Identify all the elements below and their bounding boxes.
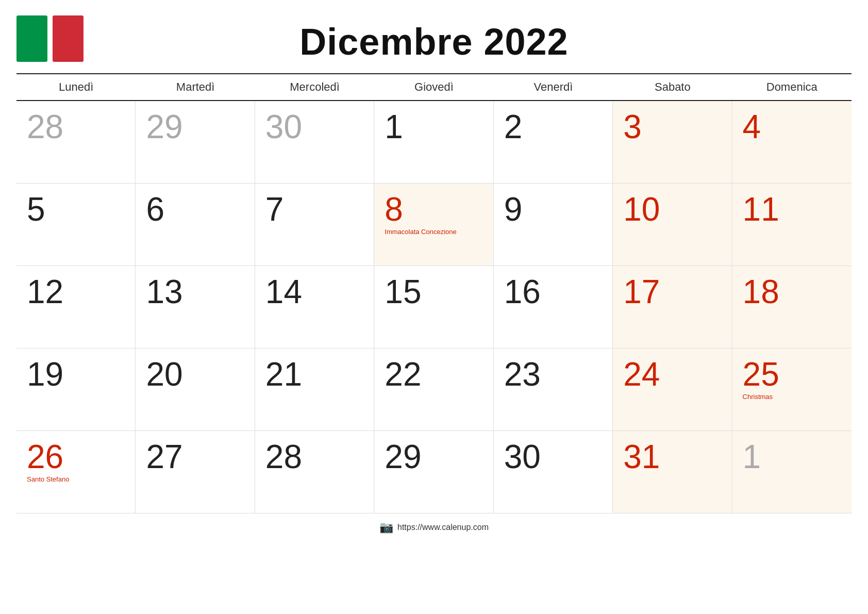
calendar-cell: 1 bbox=[732, 431, 852, 513]
day-number: 23 bbox=[504, 358, 541, 391]
day-number: 26 bbox=[27, 440, 63, 473]
day-number: 24 bbox=[623, 358, 660, 391]
calendar-cell: 31 bbox=[613, 431, 732, 513]
day-number: 6 bbox=[146, 193, 164, 226]
day-number: 30 bbox=[504, 440, 541, 473]
calendar-cell: 5 bbox=[16, 184, 136, 266]
calendar-cell: 3 bbox=[613, 101, 732, 184]
calendar-cell: 6 bbox=[136, 184, 255, 266]
calendar-cell: 19 bbox=[16, 349, 136, 431]
day-number: 25 bbox=[743, 358, 779, 391]
calendar-cell: 26Santo Stefano bbox=[16, 431, 136, 513]
day-number: 7 bbox=[265, 193, 284, 226]
calendar-cell: 4 bbox=[732, 101, 852, 184]
calendar-cell: 22 bbox=[374, 349, 493, 431]
day-number: 12 bbox=[27, 275, 63, 308]
day-number: 15 bbox=[385, 275, 421, 308]
calendar-cell: 18 bbox=[732, 266, 852, 349]
day-number: 13 bbox=[146, 275, 182, 308]
day-number: 4 bbox=[743, 110, 761, 143]
holiday-label: Immacolata Concezione bbox=[385, 228, 456, 236]
calendar-header: Dicembre 2022 bbox=[16, 10, 852, 68]
calendar-footer: 📷 https://www.calenup.com bbox=[16, 513, 852, 537]
day-number: 29 bbox=[146, 110, 182, 143]
holiday-label: Christmas bbox=[743, 393, 773, 401]
calendar-cell: 28 bbox=[16, 101, 136, 184]
day-header: Giovedì bbox=[374, 74, 493, 100]
calendar-cell: 23 bbox=[494, 349, 613, 431]
day-header: Venerdì bbox=[494, 74, 613, 100]
calendar-cell: 30 bbox=[255, 101, 374, 184]
day-number: 11 bbox=[743, 193, 779, 226]
day-headers: LunedìMartedìMercoledìGiovedìVenerdìSaba… bbox=[16, 73, 852, 101]
camera-icon: 📷 bbox=[379, 521, 393, 534]
calendar-cell: 21 bbox=[255, 349, 374, 431]
calendar-cell: 28 bbox=[255, 431, 374, 513]
day-number: 5 bbox=[27, 193, 45, 226]
day-number: 9 bbox=[504, 193, 523, 226]
day-header: Martedì bbox=[136, 74, 255, 100]
day-number: 8 bbox=[385, 193, 403, 226]
calendar-cell: 29 bbox=[136, 101, 255, 184]
day-number: 28 bbox=[27, 110, 63, 143]
footer-url: https://www.calenup.com bbox=[397, 523, 489, 532]
day-number: 18 bbox=[743, 275, 779, 308]
calendar-cell: 14 bbox=[255, 266, 374, 349]
calendar-cell: 30 bbox=[494, 431, 613, 513]
day-header: Lunedì bbox=[16, 74, 136, 100]
day-number: 31 bbox=[623, 440, 660, 473]
day-number: 17 bbox=[623, 275, 660, 308]
calendar-cell: 20 bbox=[136, 349, 255, 431]
day-number: 1 bbox=[385, 110, 403, 143]
day-header: Mercoledì bbox=[255, 74, 374, 100]
day-number: 14 bbox=[265, 275, 302, 308]
calendar-cell: 2 bbox=[494, 101, 613, 184]
day-number: 19 bbox=[27, 358, 63, 391]
calendar-cell: 9 bbox=[494, 184, 613, 266]
calendar-cell: 25Christmas bbox=[732, 349, 852, 431]
day-header: Sabato bbox=[613, 74, 732, 100]
calendar-cell: 29 bbox=[374, 431, 493, 513]
calendar-cell: 17 bbox=[613, 266, 732, 349]
day-number: 1 bbox=[743, 440, 761, 473]
calendar-cell: 12 bbox=[16, 266, 136, 349]
holiday-label: Santo Stefano bbox=[27, 475, 69, 483]
calendar-cell: 1 bbox=[374, 101, 493, 184]
flag-red bbox=[53, 15, 84, 62]
day-number: 27 bbox=[146, 440, 182, 473]
day-number: 3 bbox=[623, 110, 642, 143]
day-number: 22 bbox=[385, 358, 421, 391]
calendar-cell: 13 bbox=[136, 266, 255, 349]
calendar-cell: 8Immacolata Concezione bbox=[374, 184, 493, 266]
day-number: 30 bbox=[265, 110, 302, 143]
day-number: 20 bbox=[146, 358, 182, 391]
calendar-cell: 27 bbox=[136, 431, 255, 513]
day-header: Domenica bbox=[732, 74, 852, 100]
calendar-cell: 16 bbox=[494, 266, 613, 349]
calendar-cell: 11 bbox=[732, 184, 852, 266]
flag-container bbox=[16, 15, 84, 62]
day-number: 21 bbox=[265, 358, 302, 391]
calendar-cell: 15 bbox=[374, 266, 493, 349]
day-number: 28 bbox=[265, 440, 302, 473]
calendar-cell: 24 bbox=[613, 349, 732, 431]
calendar-cell: 10 bbox=[613, 184, 732, 266]
calendar-wrapper: Dicembre 2022 LunedìMartedìMercoledìGiov… bbox=[16, 10, 852, 537]
day-number: 16 bbox=[504, 275, 541, 308]
day-number: 29 bbox=[385, 440, 421, 473]
day-number: 10 bbox=[623, 193, 660, 226]
month-title: Dicembre 2022 bbox=[299, 21, 568, 63]
day-number: 2 bbox=[504, 110, 523, 143]
calendar-grid: 28293012345678Immacolata Concezione91011… bbox=[16, 101, 852, 513]
flag-green bbox=[16, 15, 47, 62]
calendar-cell: 7 bbox=[255, 184, 374, 266]
